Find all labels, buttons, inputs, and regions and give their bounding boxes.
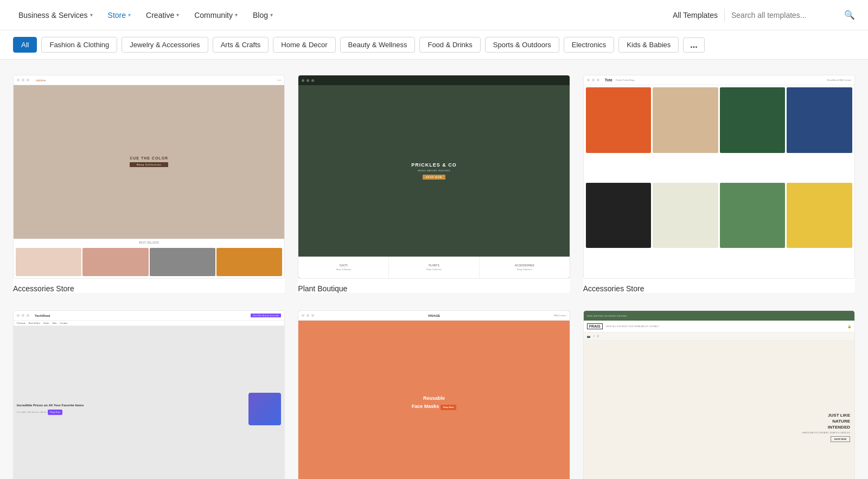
t3-item-2 bbox=[653, 87, 718, 153]
filter-electronics[interactable]: Electronics bbox=[564, 37, 615, 53]
t3-item-4 bbox=[787, 87, 852, 153]
t1-prod-4 bbox=[216, 248, 282, 276]
t6-hero-content: JUST LIKENATUREINTENDED HANDCRAFTED ORGA… bbox=[802, 412, 850, 443]
template-card-natural-soap[interactable]: FREE SHIPPING ON ORDER OVER $50 FRAIS SH… bbox=[583, 310, 855, 479]
thumb-sim-t5: VISAGE FAQ Contact ReusableFace Masks Sh… bbox=[298, 311, 569, 479]
t3-item-1 bbox=[586, 87, 652, 153]
t4-brand: TechShed bbox=[35, 314, 50, 317]
t3-item-5 bbox=[586, 183, 652, 248]
search-input[interactable] bbox=[731, 11, 840, 20]
t5-hero: ReusableFace Masks Shop Now bbox=[298, 321, 569, 479]
t2-shop-btn: Shop Now bbox=[423, 175, 445, 180]
t2-cat-plants: PLANTS Shop Collection bbox=[389, 257, 480, 278]
t6-nav-items: SHOP ALL FOR BODY FOR HOME ABOUT CONTACT bbox=[606, 325, 659, 328]
t2-cat-accessories: ACCESSORIES Shop Collection bbox=[480, 257, 570, 278]
t2-cat-link-cacti: Shop Collection bbox=[336, 268, 351, 271]
t1-dot-2 bbox=[22, 79, 24, 81]
t1-header: adalene Cart bbox=[14, 75, 284, 85]
t4-product-image bbox=[248, 393, 281, 425]
template-thumb-natural-soap: FREE SHIPPING ON ORDER OVER $50 FRAIS SH… bbox=[583, 310, 855, 479]
nav-item-community[interactable]: Community ▾ bbox=[189, 7, 243, 24]
t4-subtext: I'm a title. Click here to edit me. bbox=[17, 411, 47, 413]
template-label-plant-boutique: Plant Boutique bbox=[298, 279, 570, 293]
t3-item-7 bbox=[720, 183, 786, 248]
all-templates-label: All Templates bbox=[673, 11, 718, 20]
t2-cat-label-cacti: CACTI bbox=[340, 264, 348, 267]
chevron-down-icon: ▾ bbox=[90, 12, 93, 18]
t4-nav-bestsellers: Best Sellers bbox=[29, 322, 40, 324]
t1-brand: adalene bbox=[36, 79, 46, 82]
t1-shop-btn: Shop Collection bbox=[130, 162, 168, 167]
t6-shop-btn: SHOP NOW bbox=[831, 436, 850, 443]
t4-dot-1 bbox=[17, 314, 20, 317]
t4-promo: Get 15% off your first order bbox=[251, 314, 281, 317]
template-label-accessories-store-1: Accessories Store bbox=[13, 279, 285, 293]
template-thumb-face-mask-shop: VISAGE FAQ Contact ReusableFace Masks Sh… bbox=[298, 310, 570, 479]
main-navigation: Business & Services ▾ Store ▾ Creative ▾… bbox=[0, 0, 868, 30]
t5-header: VISAGE FAQ Contact bbox=[298, 311, 569, 321]
t6-social: 📷 f P bbox=[584, 333, 854, 341]
nav-item-store[interactable]: Store ▾ bbox=[103, 7, 136, 24]
t3-dot-3 bbox=[597, 79, 599, 81]
template-card-face-mask-shop[interactable]: VISAGE FAQ Contact ReusableFace Masks Sh… bbox=[298, 310, 570, 479]
search-icon[interactable]: 🔍 bbox=[844, 10, 855, 20]
t3-item-3 bbox=[720, 87, 786, 153]
nav-label-business-services: Business & Services bbox=[18, 11, 88, 20]
template-thumb-electronics-shop: TechShed Get 15% off your first order Pr… bbox=[13, 310, 285, 479]
t5-dot-3 bbox=[311, 314, 314, 317]
t2-dot-1 bbox=[302, 79, 304, 82]
t3-item-6 bbox=[653, 183, 718, 248]
template-thumb-accessories-store-1: adalene Cart CUE THE COLOR Shop Collecti… bbox=[13, 75, 285, 279]
t1-cta: Cart bbox=[277, 79, 282, 81]
t1-products bbox=[14, 246, 284, 278]
nav-right: All Templates 🔍 bbox=[673, 9, 855, 22]
t6-promo-bar: FREE SHIPPING ON ORDER OVER $50 bbox=[587, 315, 627, 317]
t6-hero-text: JUST LIKENATUREINTENDED HANDCRAFTED ORGA… bbox=[802, 412, 850, 443]
filter-fashion[interactable]: Fashion & Clothing bbox=[41, 37, 117, 53]
search-area: 🔍 bbox=[731, 10, 855, 20]
t3-brand: Tote bbox=[605, 78, 612, 82]
filter-sports[interactable]: Sports & Outdoors bbox=[485, 37, 559, 53]
t2-categories: CACTI Shop Collection PLANTS Shop Collec… bbox=[298, 257, 569, 278]
nav-separator bbox=[724, 9, 725, 22]
template-thumb-plant-boutique: PRICKLES & CO BRING NATURE INDOORS Shop … bbox=[298, 75, 570, 279]
nav-item-business-services[interactable]: Business & Services ▾ bbox=[13, 7, 98, 24]
nav-label-store: Store bbox=[108, 11, 126, 20]
t1-hero-text: CUE THE COLOR Shop Collection bbox=[130, 156, 168, 167]
t5-dot-1 bbox=[302, 314, 304, 317]
nav-item-creative[interactable]: Creative ▾ bbox=[141, 7, 184, 24]
filter-more[interactable]: ... bbox=[683, 37, 704, 53]
filter-bar: All Fashion & Clothing Jewelry & Accesso… bbox=[0, 30, 868, 60]
nav-item-blog[interactable]: Blog ▾ bbox=[247, 7, 278, 24]
t1-hero: CUE THE COLOR Shop Collection bbox=[14, 85, 284, 239]
template-card-plant-boutique[interactable]: PRICKLES & CO BRING NATURE INDOORS Shop … bbox=[298, 75, 570, 293]
chevron-down-icon: ▾ bbox=[235, 12, 238, 18]
t2-dot-3 bbox=[311, 79, 314, 82]
t4-nav-deals: Deals bbox=[43, 322, 49, 324]
filter-food[interactable]: Food & Drinks bbox=[419, 37, 480, 53]
templates-grid: adalene Cart CUE THE COLOR Shop Collecti… bbox=[13, 75, 855, 479]
filter-home-decor[interactable]: Home & Decor bbox=[273, 37, 335, 53]
t6-cart-icon: 🔒 bbox=[847, 324, 851, 328]
t2-hero: PRICKLES & CO BRING NATURE INDOORS Shop … bbox=[298, 85, 569, 257]
filter-all[interactable]: All bbox=[13, 37, 37, 53]
chevron-down-icon: ▾ bbox=[128, 12, 131, 18]
t6-social-fb: f bbox=[593, 335, 594, 338]
filter-jewelry[interactable]: Jewelry & Accessories bbox=[122, 37, 208, 53]
t3-dot-2 bbox=[592, 79, 595, 81]
t4-headline: Incredible Prices on All Your Favorite I… bbox=[17, 403, 246, 407]
t6-social-pin: P bbox=[597, 335, 599, 338]
t4-header: TechShed Get 15% off your first order bbox=[14, 311, 284, 321]
template-card-accessories-store-1[interactable]: adalene Cart CUE THE COLOR Shop Collecti… bbox=[13, 75, 285, 293]
filter-beauty[interactable]: Beauty & Wellness bbox=[340, 37, 416, 53]
filter-kids[interactable]: Kids & Babies bbox=[618, 37, 679, 53]
t6-header-green: FREE SHIPPING ON ORDER OVER $50 bbox=[584, 311, 854, 321]
filter-arts[interactable]: Arts & Crafts bbox=[213, 37, 269, 53]
main-content: adalene Cart CUE THE COLOR Shop Collecti… bbox=[0, 60, 868, 479]
t4-nav-sale: Sale bbox=[52, 322, 56, 324]
chevron-down-icon: ▾ bbox=[270, 12, 273, 18]
template-card-accessories-store-2[interactable]: Tote Funky Printed Bags Shop About FAQ C… bbox=[583, 75, 855, 293]
template-card-electronics-shop[interactable]: TechShed Get 15% off your first order Pr… bbox=[13, 310, 285, 479]
t5-hero-text: ReusableFace Masks Shop Now bbox=[412, 395, 457, 410]
t5-nav: FAQ Contact bbox=[554, 314, 566, 317]
